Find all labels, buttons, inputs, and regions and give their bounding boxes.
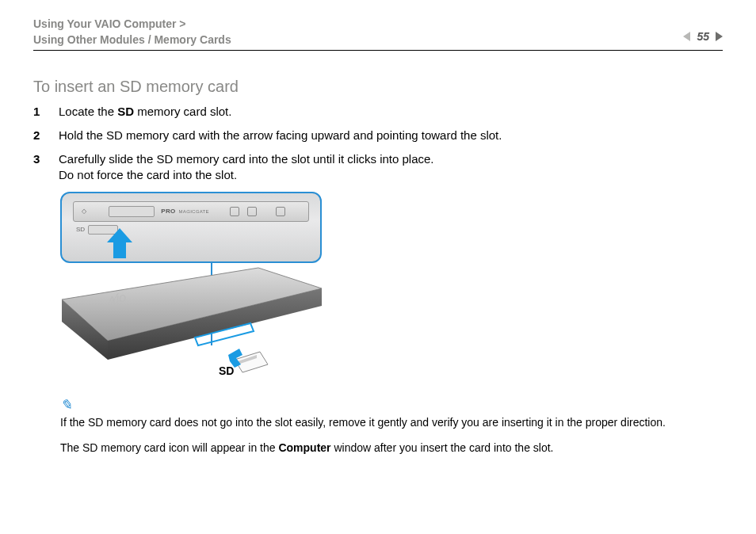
step-text: Carefully slide the SD memory card into … [59,151,434,184]
step-item: 1 Locate the SD memory card slot. [33,104,723,120]
breadcrumb-sub: Using Other Modules / Memory Cards [33,33,231,46]
step-number: 2 [33,128,43,143]
figure-detail-callout: ◇ PRO MAGICGATE SD [60,192,322,263]
note2-post: window after you insert the card into th… [331,441,554,454]
step-item: 2 Hold the SD memory card with the arrow… [33,128,723,143]
note-text: If the SD memory card does not go into t… [60,415,723,430]
step-text: Locate the SD memory card slot. [59,104,231,120]
laptop-perspective-svg: ʌ⁄io [60,266,322,385]
breadcrumb-sep: > [179,17,185,30]
indicator-icon [247,207,257,216]
memorystick-slot [109,206,155,217]
next-page-icon[interactable] [716,32,723,41]
manual-page: Using Your VAIO Computer > Using Other M… [0,0,756,534]
step-text: Hold the SD memory card with the arrow f… [59,128,502,143]
page-number: 55 [697,30,709,43]
magicgate-label: MAGICGATE [179,209,209,214]
figure-perspective: ʌ⁄io SD [60,266,322,385]
indicator-icon [230,207,239,216]
note2-pre: The SD memory card icon will appear in t… [60,441,278,454]
sd-small-label: SD [76,226,85,233]
card-reader-strip: ◇ PRO MAGICGATE [73,201,309,222]
note-icon: ✎ [60,396,723,414]
step-list: 1 Locate the SD memory card slot. 2 Hold… [33,104,723,184]
section-title: To insert an SD memory card [33,78,723,96]
breadcrumb-top: Using Your VAIO Computer [33,17,176,30]
note-text: The SD memory card icon will appear in t… [60,441,723,456]
step-number: 1 [33,104,43,120]
note2-bold: Computer [278,441,330,454]
breadcrumb: Using Your VAIO Computer > Using Other M… [33,16,231,48]
pro-label: PRO [161,208,175,215]
figure: ◇ PRO MAGICGATE SD [60,192,322,385]
step-number: 3 [33,151,43,184]
page-header: Using Your VAIO Computer > Using Other M… [33,16,723,51]
insert-arrow-icon [105,228,135,258]
pager: 55 [683,30,723,43]
step-item: 3 Carefully slide the SD memory card int… [33,151,723,184]
sd-card-label: SD [219,364,234,377]
prev-page-icon[interactable] [683,32,690,41]
indicator-icon [276,207,285,216]
